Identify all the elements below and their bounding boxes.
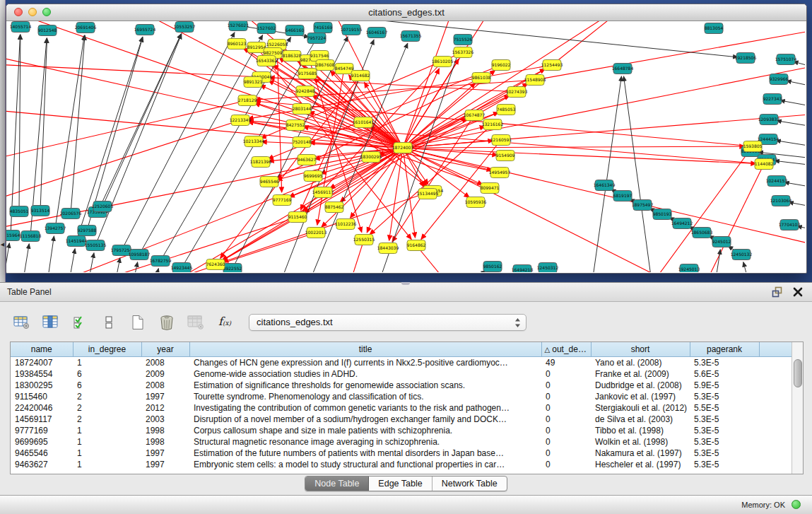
table-row[interactable]: 911546021997Tourette syndrome. Phenomeno… [11,391,792,402]
node[interactable]: 9850193 [653,209,672,220]
table-cell[interactable]: 1 [73,357,141,369]
table-cell[interactable]: 1997 [141,459,189,470]
table-cell[interactable]: 2008 [141,380,189,391]
node[interactable]: 14055714 [10,22,32,33]
selected-node[interactable]: 9196022 [492,60,511,71]
table-cell[interactable]: Hescheler et al. (1997) [591,459,690,470]
selected-node[interactable]: 15134495 [417,189,439,199]
table-cell[interactable]: 1998 [141,436,189,448]
selected-node[interactable]: 9777169 [273,195,292,206]
table-cell[interactable]: Dudbridge et al. (2008) [591,380,690,391]
node[interactable]: 12103064 [770,196,792,206]
selected-node[interactable]: 12213349 [230,115,252,126]
selected-node[interactable]: 9891321 [244,77,263,88]
selected-node[interactable]: 10595936 [465,197,487,208]
selected-node[interactable]: 9463627 [298,155,317,165]
selected-node[interactable]: 2867608 [316,60,335,71]
table-row[interactable]: 1456911722003Disruption of a novel membe… [11,414,792,425]
column-header-short[interactable]: short [591,342,690,357]
selected-node[interactable]: 10274393 [506,87,528,98]
table-cell[interactable]: Investigating the contribution of common… [189,402,541,414]
node[interactable]: 19218506 [735,53,757,64]
function-builder-button[interactable]: f(x) [216,313,234,332]
node[interactable]: 11156818 [20,231,42,242]
table-cell[interactable]: Disruption of a novel member of a sodium… [189,414,541,425]
selected-node[interactable]: 18300295 [360,152,382,163]
selected-node[interactable]: 11012236 [335,219,357,230]
selected-node[interactable]: 10674877 [464,110,486,121]
node[interactable]: 15276021 [228,21,249,31]
node[interactable]: 9313514 [31,206,50,216]
selected-node[interactable]: 9115460 [288,212,307,223]
table-row[interactable]: 969969511998Structural magnetic resonanc… [11,436,792,448]
selected-node[interactable]: 12550315 [353,235,375,245]
column-header-title[interactable]: title [189,342,541,357]
node[interactable]: 16494218 [512,265,534,273]
table-cell[interactable]: de Silva et al. (2003) [591,414,690,425]
selected-node[interactable]: 8186328 [283,51,302,62]
node[interactable]: 16461349 [594,180,616,191]
node[interactable]: 10958187 [129,250,151,260]
node[interactable]: 16782759 [150,256,172,267]
column-header-year[interactable]: year [141,342,189,357]
selected-node[interactable]: 16543362 [256,56,278,66]
table-cell[interactable]: 0 [541,368,591,380]
close-button[interactable] [14,8,23,16]
table-cell[interactable]: Franke et al. (2009) [591,368,690,380]
selected-node[interactable]: 9175685 [298,69,317,79]
table-cell[interactable]: 5.6E-5 [690,368,759,380]
node[interactable]: 12093832 [758,115,780,125]
table-cell[interactable]: 1998 [141,425,189,436]
column-select-button[interactable] [42,313,60,332]
node[interactable]: 15751074 [775,54,797,65]
selected-node[interactable]: 12160591 [490,135,512,146]
selected-node[interactable]: 18443039 [377,243,399,254]
table-cell[interactable]: 5.9E-5 [690,380,759,391]
node[interactable]: 9850162 [483,262,502,272]
node[interactable]: 13942757 [45,223,66,234]
table-cell[interactable]: 1997 [141,391,189,402]
column-header-out-degree[interactable]: △out_de… [541,342,591,357]
selected-node[interactable]: 11821396 [250,157,272,168]
scrollbar-thumb[interactable] [794,359,802,387]
minimize-button[interactable] [28,8,37,16]
selected-node[interactable]: 8427552 [286,120,305,131]
splitter-handle[interactable] [401,282,410,285]
table-row[interactable]: 1938455462009Genome-wide association stu… [11,368,792,380]
table-cell[interactable]: 5.3E-5 [690,391,759,402]
node[interactable]: 12450312 [537,263,559,273]
node[interactable]: 8922552 [223,264,242,273]
selected-node[interactable]: 9154909 [496,151,515,161]
import-table-button[interactable] [187,313,205,332]
node[interactable]: 15505135 [85,240,107,251]
selected-node[interactable]: 8099471 [481,183,500,194]
node[interactable]: 10553257 [174,22,196,33]
table-cell[interactable]: 6 [73,368,141,380]
node[interactable]: 7416169 [314,23,333,33]
table-cell[interactable]: 2 [73,402,141,414]
table-cell[interactable]: Corpus callosum shape and size in male p… [189,425,541,436]
selected-node[interactable]: 15637326 [452,47,474,58]
selected-node[interactable]: 7520148 [293,137,312,148]
table-cell[interactable]: Genome-wide association studies in ADHD. [189,368,541,380]
table-cell[interactable]: 1997 [141,448,189,459]
table-cell[interactable]: 9465546 [11,448,73,459]
selected-node[interactable]: 10213344 [243,136,265,147]
table-cell[interactable]: 14569117 [11,414,73,425]
network-window-titlebar[interactable]: citations_edges.txt [6,4,806,21]
selected-node[interactable]: 11548908 [524,75,546,86]
float-panel-icon[interactable] [772,286,783,298]
node[interactable]: 16046167 [366,28,388,38]
node[interactable]: 10244153 [766,176,788,187]
node[interactable]: 18650683 [691,228,713,238]
selected-node[interactable]: 9699695 [304,171,323,182]
tab-node-table[interactable]: Node Table [305,477,369,491]
table-cell[interactable]: Jankovic et al. (1997) [591,391,690,402]
node[interactable]: 6819197 [613,191,632,201]
selected-node[interactable]: 9242848 [296,86,315,97]
table-cell[interactable]: 2012 [141,402,189,414]
selected-node[interactable]: 1144082 [755,159,774,170]
table-cell[interactable]: 2 [73,391,141,402]
table-cell[interactable]: 0 [541,380,591,391]
table-cell[interactable]: 9115460 [11,391,73,402]
